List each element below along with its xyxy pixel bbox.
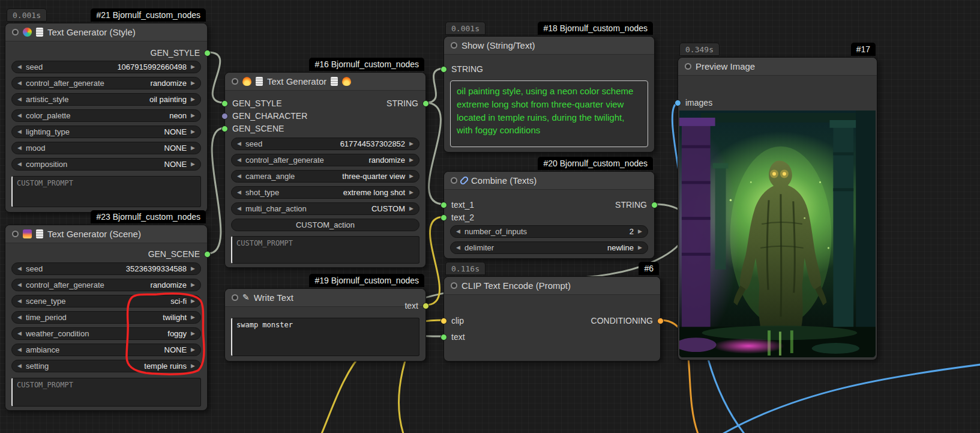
collapse-dot[interactable] xyxy=(12,231,19,237)
increment-icon[interactable]: ▶ xyxy=(191,113,195,118)
node-header[interactable]: ✎ Write Text xyxy=(225,289,425,307)
output-dot[interactable] xyxy=(657,318,664,324)
widget-control-after-generate[interactable]: ◀ control_after_generate randomize ▶ xyxy=(231,154,419,166)
increment-icon[interactable]: ▶ xyxy=(191,331,195,336)
input-dot[interactable] xyxy=(440,66,447,73)
collapse-dot[interactable] xyxy=(451,177,457,184)
output-port-text[interactable]: text xyxy=(404,300,429,312)
increment-icon[interactable]: ▶ xyxy=(191,97,195,102)
custom-prompt-input[interactable] xyxy=(11,176,201,207)
input-dot[interactable] xyxy=(221,126,228,132)
decrement-icon[interactable]: ◀ xyxy=(17,298,22,304)
widget-seed[interactable]: ◀ seed 35236399334588 ▶ xyxy=(11,262,201,275)
widget-multi-char-action[interactable]: ◀ multi_char_action CUSTOM ▶ xyxy=(231,202,419,215)
output-port-gen-style[interactable]: GEN_STYLE xyxy=(151,47,211,59)
node-graph-canvas[interactable]: 0.001s #21 Bjornulf_custom_nodes Text Ge… xyxy=(0,0,980,433)
collapse-dot[interactable] xyxy=(232,78,238,85)
widget-composition[interactable]: ◀ composition NONE ▶ xyxy=(11,158,201,171)
wire-blue-crossing[interactable] xyxy=(723,365,980,433)
increment-icon[interactable]: ▶ xyxy=(191,298,195,304)
widget-delimiter[interactable]: ◀ delimiter newline ▶ xyxy=(450,241,648,254)
collapse-dot[interactable] xyxy=(12,29,19,35)
increment-icon[interactable]: ▶ xyxy=(191,347,195,353)
decrement-icon[interactable]: ◀ xyxy=(17,97,22,102)
increment-icon[interactable]: ▶ xyxy=(409,174,413,179)
node-header[interactable]: Text Generator xyxy=(225,73,425,91)
increment-icon[interactable]: ▶ xyxy=(191,282,195,288)
decrement-icon[interactable]: ◀ xyxy=(17,80,22,86)
decrement-icon[interactable]: ◀ xyxy=(17,363,22,369)
decrement-icon[interactable]: ◀ xyxy=(17,315,22,320)
wire-gen-scene[interactable] xyxy=(208,128,224,253)
decrement-icon[interactable]: ◀ xyxy=(17,145,22,151)
widget-shot-type[interactable]: ◀ shot_type extreme long shot ▶ xyxy=(231,186,419,199)
increment-icon[interactable]: ▶ xyxy=(409,141,413,147)
increment-icon[interactable]: ▶ xyxy=(191,80,195,86)
widget-seed[interactable]: ◀ seed 1067915992660498 ▶ xyxy=(11,61,201,73)
increment-icon[interactable]: ▶ xyxy=(191,129,195,135)
node-text-generator-style[interactable]: 0.001s #21 Bjornulf_custom_nodes Text Ge… xyxy=(5,23,208,213)
node-text-generator[interactable]: #16 Bjornulf_custom_nodes Text Generator… xyxy=(224,72,426,268)
output-dot[interactable] xyxy=(204,251,211,258)
collapse-dot[interactable] xyxy=(451,42,457,49)
widget-number-of-inputs[interactable]: ◀ number_of_inputs 2 ▶ xyxy=(450,225,648,238)
widget-control-after-generate[interactable]: ◀ control_after_generate randomize ▶ xyxy=(11,77,201,89)
decrement-icon[interactable]: ◀ xyxy=(17,282,22,288)
node-text-generator-scene[interactable]: #23 Bjornulf_custom_nodes Text Generator… xyxy=(5,225,208,411)
input-port-text-1[interactable]: text_1 xyxy=(440,199,474,211)
input-port-images[interactable]: images xyxy=(675,97,712,109)
node-header[interactable]: Preview Image xyxy=(678,58,877,76)
wire-gen-style[interactable] xyxy=(208,52,224,103)
widget-control-after-generate[interactable]: ◀ control_after_generate randomize ▶ xyxy=(11,279,201,291)
decrement-icon[interactable]: ◀ xyxy=(456,245,460,250)
output-port-conditioning[interactable]: CONDITIONING xyxy=(591,315,664,327)
input-port-string[interactable]: STRING xyxy=(440,63,483,75)
widget-lighting-type[interactable]: ◀ lighting_type NONE ▶ xyxy=(11,126,201,138)
input-dot[interactable] xyxy=(440,318,447,324)
decrement-icon[interactable]: ◀ xyxy=(237,174,241,179)
node-header[interactable]: CLIP Text Encode (Prompt) xyxy=(444,277,660,295)
collapse-dot[interactable] xyxy=(451,282,457,289)
decrement-icon[interactable]: ◀ xyxy=(17,129,22,135)
input-dot[interactable] xyxy=(440,202,447,208)
increment-icon[interactable]: ▶ xyxy=(191,363,195,369)
output-dot[interactable] xyxy=(204,50,211,56)
output-port-string[interactable]: STRING xyxy=(615,199,658,211)
widget-custom-action[interactable]: CUSTOM_action xyxy=(231,219,419,231)
widget-scene-type[interactable]: ◀ scene_type sci-fi ▶ xyxy=(11,295,201,307)
node-header[interactable]: Combine (Texts) xyxy=(444,172,654,190)
wire-string-to-combine[interactable] xyxy=(425,103,444,204)
input-port-gen-character[interactable]: GEN_CHARACTER xyxy=(221,110,307,122)
widget-camera-angle[interactable]: ◀ camera_angle three-quarter view ▶ xyxy=(231,170,419,183)
node-clip-text-encode[interactable]: 0.116s #6 CLIP Text Encode (Prompt) clip… xyxy=(443,276,661,362)
input-port-clip[interactable]: clip xyxy=(440,315,464,327)
increment-icon[interactable]: ▶ xyxy=(409,206,413,211)
widget-ambiance[interactable]: ◀ ambiance NONE ▶ xyxy=(11,344,201,356)
output-dot[interactable] xyxy=(422,100,429,107)
input-port-text[interactable]: text xyxy=(440,331,465,343)
widget-weather-condition[interactable]: ◀ weather_condition foggy ▶ xyxy=(11,327,201,340)
output-port-string[interactable]: STRING xyxy=(386,97,429,109)
node-write-text[interactable]: #19 Bjornulf_custom_nodes ✎ Write Text t… xyxy=(224,288,426,362)
node-header[interactable]: Show (String/Text) xyxy=(444,37,654,55)
increment-icon[interactable]: ▶ xyxy=(191,315,195,320)
decrement-icon[interactable]: ◀ xyxy=(237,206,241,211)
input-dot[interactable] xyxy=(221,113,228,120)
increment-icon[interactable]: ▶ xyxy=(191,162,195,167)
increment-icon[interactable]: ▶ xyxy=(638,229,642,234)
decrement-icon[interactable]: ◀ xyxy=(17,113,22,118)
widget-artistic-style[interactable]: ◀ artistic_style oil painting ▶ xyxy=(11,93,201,106)
decrement-icon[interactable]: ◀ xyxy=(237,157,241,163)
output-dot[interactable] xyxy=(651,202,658,208)
increment-icon[interactable]: ▶ xyxy=(409,157,413,163)
collapse-dot[interactable] xyxy=(232,294,238,301)
node-preview-image[interactable]: 0.349s #17 Preview Image images xyxy=(678,57,877,360)
widget-seed[interactable]: ◀ seed 617744537302852 ▶ xyxy=(231,138,419,150)
increment-icon[interactable]: ▶ xyxy=(191,145,195,151)
wire-writetext-to-combine[interactable] xyxy=(425,217,444,305)
decrement-icon[interactable]: ◀ xyxy=(17,331,22,336)
custom-prompt-input[interactable] xyxy=(231,236,419,264)
output-dot[interactable] xyxy=(422,303,429,309)
decrement-icon[interactable]: ◀ xyxy=(17,347,22,353)
decrement-icon[interactable]: ◀ xyxy=(17,64,22,70)
